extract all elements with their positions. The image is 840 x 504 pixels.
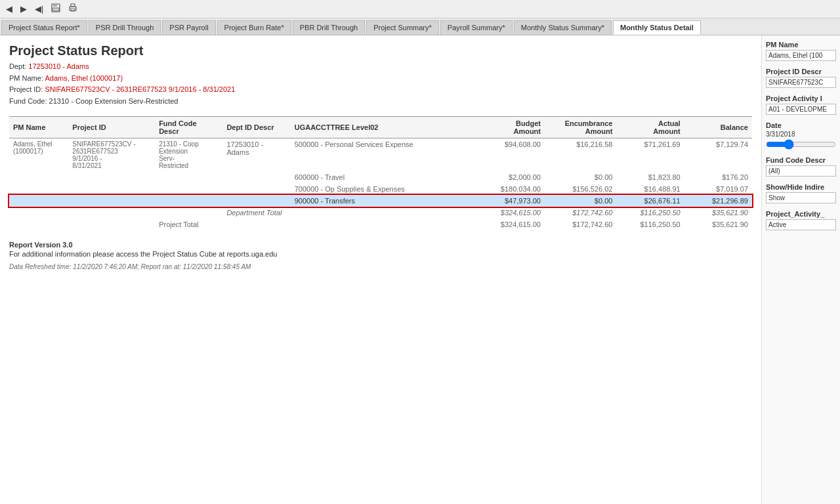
sidebar-show-hide-input[interactable] [766,192,836,203]
table-row: Adams, Ethel (1000017) SNIFARE677523CV -… [9,138,752,172]
cell-budget: $94,608.00 [477,138,545,172]
tab-project-summary[interactable]: Project Summary* [366,20,439,35]
report-meta: Dept: 17253010 - Adams PM Name: Adams, E… [9,61,752,107]
cell-pm-name [9,219,68,230]
sidebar-fund-code-input[interactable] [766,165,836,177]
cell-balance: $21,296.89 [684,195,752,207]
col-header-encumbrance: EncumbranceAmount [545,117,616,138]
cell-actual: $71,261.69 [616,138,684,172]
fund-code-line: Fund Code: 21310 - Coop Extension Serv-R… [9,96,752,108]
tab-bar: Project Status Report* PSR Drill Through… [0,18,840,35]
cell-project-id [68,183,155,195]
col-header-balance: Balance [684,117,752,138]
col-header-fund-code: Fund CodeDescr [155,117,222,138]
cell-encumbrance: $16,216.58 [545,138,616,172]
tab-project-status-report[interactable]: Project Status Report* [1,20,87,35]
table-row-dept-total: Department Total $324,615.00 $172,742.60… [9,207,752,219]
cell-project-id [68,171,155,183]
back-to-start-button[interactable]: ◀| [32,2,47,16]
sidebar-date-slider[interactable] [766,139,836,150]
cell-tree [291,207,477,219]
report-content: Project Status Report Dept: 17253010 - A… [0,35,761,504]
cell-encumbrance: $0.00 [545,195,616,207]
col-header-project-id: Project ID [68,117,155,138]
report-title: Project Status Report [9,43,752,58]
cell-actual: $16,488.91 [616,183,684,195]
cell-tree: 600000 - Travel [291,171,477,183]
cell-dept-id [222,171,290,183]
cell-encumbrance: $156,526.02 [545,183,616,195]
cell-pm-name [9,195,68,207]
cell-balance: $176.20 [684,171,752,183]
cell-fund-code: 21310 - Coop Extension Serv- Restricted [155,138,222,172]
sidebar-date-value: 3/31/2018 [766,131,795,138]
cell-fund-code [155,183,222,195]
tab-psr-drill-through[interactable]: PSR Drill Through [89,20,161,35]
sidebar-date-row: 3/31/2018 [766,131,836,138]
sidebar-pm-name-input[interactable] [766,50,836,61]
sidebar-show-hide-label: Show/Hide Indire [766,183,836,191]
sidebar-project-activity-label: Project Activity I [766,94,836,102]
cell-actual: $116,250.50 [616,219,684,230]
cell-dept-id [222,183,290,195]
cell-project-id [68,207,155,219]
sidebar-project-activity-input[interactable] [766,104,836,115]
cell-fund-code [155,171,222,183]
tab-project-burn-rate[interactable]: Project Burn Rate* [217,20,291,35]
dept-line: Dept: 17253010 - Adams [9,61,752,73]
cell-tree: 700000 - Op Supplies & Expenses [291,183,477,195]
project-id-value: SNIFARE677523CV - 2631RE677523 9/1/2016 … [45,85,235,93]
cell-project-id [68,219,155,230]
print-icon [68,3,77,12]
back-button[interactable]: ◀ [3,2,16,16]
tab-psr-payroll[interactable]: PSR Payroll [162,20,215,35]
cell-dept-id [222,195,290,207]
tab-monthly-status-detail[interactable]: Monthly Status Detail [613,20,701,35]
table-header-row: PM Name Project ID Fund CodeDescr Dept I… [9,117,752,138]
report-version: Report Version 3.0 [9,241,752,249]
report-table: PM Name Project ID Fund CodeDescr Dept I… [9,116,752,230]
sidebar-project-activity-status-input[interactable] [766,219,836,230]
cell-actual: $1,823.80 [616,171,684,183]
cell-project-total-label: Project Total [155,219,291,230]
pm-label: PM Name: [9,74,43,82]
svg-rect-4 [71,4,75,7]
pm-value: Adams, Ethel (1000017) [45,74,123,82]
table-row-highlighted[interactable]: 900000 - Transfers $47,973.00 $0.00 $26,… [9,195,752,207]
save-button[interactable] [48,1,64,16]
save-icon [51,3,60,12]
sidebar-project-id-label: Project ID Descr [766,68,836,75]
tab-payroll-summary[interactable]: Payroll Summary* [440,20,513,35]
col-header-actual: ActualAmount [616,117,684,138]
project-id-line: Project ID: SNIFARE677523CV - 2631RE6775… [9,84,752,96]
cell-balance: $7,129.74 [684,138,752,172]
report-footer: Report Version 3.0 For additional inform… [9,241,752,270]
tab-pbr-drill-through[interactable]: PBR Drill Through [293,20,365,35]
cell-pm-name [9,207,68,219]
sidebar-project-activity-status-label: Project_Activity_ [766,210,836,218]
sidebar: PM Name Project ID Descr Project Activit… [761,35,840,504]
cell-pm-name [9,171,68,183]
col-header-budget: BudgetAmount [477,117,545,138]
cell-actual: $116,250.50 [616,207,684,219]
cell-budget: $2,000.00 [477,171,545,183]
cell-pm-name [9,183,68,195]
fund-code-label: Fund Code: [9,97,47,105]
tab-monthly-status-summary[interactable]: Monthly Status Summary* [514,20,612,35]
dept-label: Dept: [9,62,26,70]
cell-fund-code [155,195,222,207]
print-button[interactable] [65,1,81,16]
svg-rect-2 [52,8,59,11]
cell-budget: $324,615.00 [477,219,545,230]
sidebar-fund-code-label: Fund Code Descr [766,156,836,164]
table-row: 600000 - Travel $2,000.00 $0.00 $1,823.8… [9,171,752,183]
cell-dept-total-label: Department Total [222,207,290,219]
forward-button[interactable]: ▶ [17,2,30,16]
table-row-project-total: Project Total $324,615.00 $172,742.60 $1… [9,219,752,230]
cell-pm-name: Adams, Ethel (1000017) [9,138,68,172]
sidebar-project-id-input[interactable] [766,77,836,88]
dept-value: 17253010 - Adams [28,62,89,70]
cell-actual: $26,676.11 [616,195,684,207]
table-row: 700000 - Op Supplies & Expenses $180,034… [9,183,752,195]
toolbar: ◀ ▶ ◀| [0,0,840,18]
